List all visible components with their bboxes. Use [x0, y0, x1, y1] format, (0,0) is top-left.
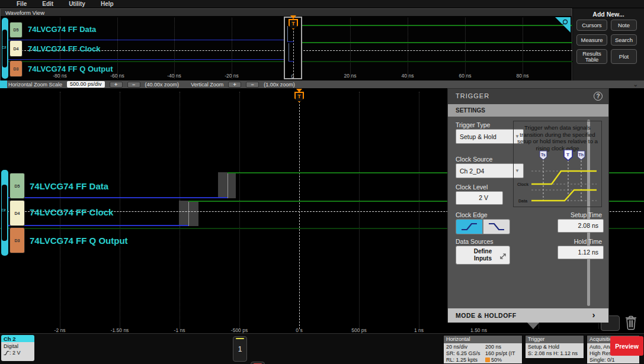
menu-edit[interactable]: Edit: [42, 1, 53, 7]
search-button[interactable]: Search: [611, 34, 637, 46]
h-record-length: RL: 1.25 kpts: [446, 357, 485, 363]
channel-chip-d5[interactable]: D5: [9, 173, 25, 199]
h-window: 200 ns: [485, 344, 501, 350]
channel-name-q[interactable]: 74LVCG74 FF Q Output: [28, 65, 113, 73]
h-zoom-label: Horizontal Zoom Scale: [8, 82, 62, 88]
bottom-bar: Ch 2 Digital : 2 V 1 3 4 5 6 7 8 Add New…: [0, 333, 644, 364]
hold-time-label: Hold Time: [558, 238, 602, 245]
h-resolution: 160 ps/pt (IT: [485, 350, 515, 357]
zoom-view-handle-tab[interactable]: [0, 80, 7, 88]
h-zoom-value[interactable]: 500.00 ps/div: [67, 81, 105, 88]
results-table-button[interactable]: Results Table: [576, 49, 607, 64]
cursors-button[interactable]: Cursors: [576, 20, 607, 31]
channel-button-label: 1: [238, 345, 242, 353]
waveform-view-title: Waveform View: [0, 8, 572, 16]
clock-level-label: Clock Level: [456, 183, 488, 191]
axis-tick: 80 ns: [517, 73, 529, 79]
data-sources-label: Data Sources: [456, 238, 494, 245]
collapse-chevron-icon[interactable]: ⌄: [633, 81, 638, 88]
h-position: 50%: [491, 357, 502, 363]
channel-name-clock[interactable]: 74LVCG74 FF Clock: [28, 44, 101, 53]
setup-time-field[interactable]: 2.08 ns: [558, 219, 604, 233]
svg-text:Data: Data: [518, 199, 527, 203]
horizontal-badge[interactable]: Horizontal 20 ns/div200 ns SR: 6.25 GS/s…: [443, 335, 523, 363]
channel-name-clock[interactable]: 74LVCG74 FF Clock: [30, 207, 113, 217]
menu-file[interactable]: File: [17, 1, 27, 7]
trash-button[interactable]: [623, 314, 640, 332]
gridline: [174, 18, 175, 79]
axis-tick: 0 s: [296, 327, 302, 333]
axis-tick: 40 ns: [402, 73, 414, 79]
channel-button-3[interactable]: 3: [251, 362, 265, 364]
axis-tick: -1 ns: [174, 327, 185, 333]
clock-low-trace: [7, 59, 284, 60]
tekscope-app: File Edit Utility Help Waveform View 0 s: [0, 0, 644, 364]
mode-holdoff-bar[interactable]: MODE & HOLDOFF ›: [448, 308, 608, 323]
gridline: [120, 92, 120, 328]
channel-name-data[interactable]: 74LVCG74 FF Data: [28, 25, 96, 34]
gridline: [232, 18, 232, 79]
channel-chip-d3[interactable]: D3: [9, 60, 23, 77]
axis-tick: -60 ns: [110, 73, 124, 79]
falling-edge-button[interactable]: [483, 219, 510, 234]
overview-waveform-area[interactable]: 0 s T C2 D5 D4 D3 74LVCG74 FF Data 74LVC…: [0, 16, 572, 80]
rising-edge-button[interactable]: [456, 219, 483, 234]
h-zoom-plus-button[interactable]: +: [110, 82, 123, 88]
data-low-trace: [7, 40, 284, 40]
channel-chip-d3[interactable]: D3: [9, 227, 25, 253]
data-low-trace: [7, 197, 228, 198]
gridline: [117, 18, 118, 79]
trash-icon: [623, 314, 639, 331]
axis-tick: 20 ns: [344, 73, 357, 79]
svg-text:Ts: Ts: [541, 153, 546, 157]
v-zoom-label: Vertical Zoom: [191, 82, 223, 88]
h-scale: 20 ns/div: [446, 344, 485, 350]
channel-chip-d5[interactable]: D5: [9, 22, 23, 38]
measure-button[interactable]: Measure: [576, 34, 607, 46]
add-new-title: Add New...: [573, 11, 644, 18]
svg-text:T: T: [566, 152, 569, 157]
clock-edge-label: Clock Edge: [456, 211, 488, 218]
channel-chip-d4[interactable]: D4: [9, 200, 25, 226]
horizontal-badge-title: Horizontal: [444, 336, 522, 343]
chip-label: D3: [15, 239, 20, 243]
axis-tick: 1 ns: [414, 327, 424, 333]
menu-utility[interactable]: Utility: [69, 1, 85, 7]
rising-edge-icon: [460, 222, 478, 231]
acq-single: Single: 0/1: [589, 357, 639, 363]
channel2-badge[interactable]: Ch 2 Digital : 2 V: [1, 335, 34, 362]
trigger-position-icon: [485, 357, 490, 362]
trigger-badge[interactable]: Trigger Setup & Hold S: 2.08 ns H: 1.12 …: [525, 335, 584, 359]
note-button[interactable]: Note: [611, 20, 637, 31]
v-zoom-plus-button[interactable]: +: [228, 82, 241, 88]
clock-source-value: Ch 2_D4: [460, 167, 484, 175]
axis-tick: -80 ns: [53, 73, 67, 79]
hold-time-field[interactable]: 1.12 ns: [558, 246, 604, 259]
channel-chip-d4[interactable]: D4: [9, 40, 23, 57]
chevron-right-icon: ›: [592, 310, 596, 320]
trigger-flag[interactable]: T: [294, 92, 304, 102]
channel2-badge-body: Digital : 2 V: [1, 342, 34, 361]
axis-tick: -40 ns: [167, 73, 181, 79]
channel-color-stripe: [236, 338, 244, 339]
clock-source-label: Clock Source: [456, 156, 492, 163]
zoom-scale-bar: Horizontal Zoom Scale 500.00 ps/div + − …: [0, 80, 644, 88]
h-zoom-minus-button[interactable]: −: [127, 82, 140, 88]
svg-text:Th: Th: [579, 153, 584, 157]
trigger-position-line: [299, 101, 300, 329]
data-high-trace: [300, 25, 572, 26]
add-new-panel: Add New... Cursors Note Measure Search R…: [573, 8, 644, 80]
help-icon[interactable]: ?: [594, 92, 603, 101]
plot-button[interactable]: Plot: [611, 49, 637, 64]
axis-tick: -2 ns: [55, 327, 66, 333]
preview-button[interactable]: Preview: [610, 336, 643, 356]
trigger-settings-tab[interactable]: SETTINGS: [448, 104, 608, 117]
clock-level-field[interactable]: 2 V: [456, 191, 503, 205]
channel-name-data[interactable]: 74LVCG74 FF Data: [30, 181, 108, 191]
mode-holdoff-label: MODE & HOLDOFF: [456, 312, 517, 319]
menu-help[interactable]: Help: [101, 1, 114, 7]
channel-button-1[interactable]: 1: [233, 336, 247, 362]
v-zoom-minus-button[interactable]: −: [246, 82, 259, 88]
channel-name-q[interactable]: 74LVCG74 FF Q Output: [30, 236, 128, 246]
trigger-description-box: Trigger when data signals transition dur…: [513, 121, 602, 207]
